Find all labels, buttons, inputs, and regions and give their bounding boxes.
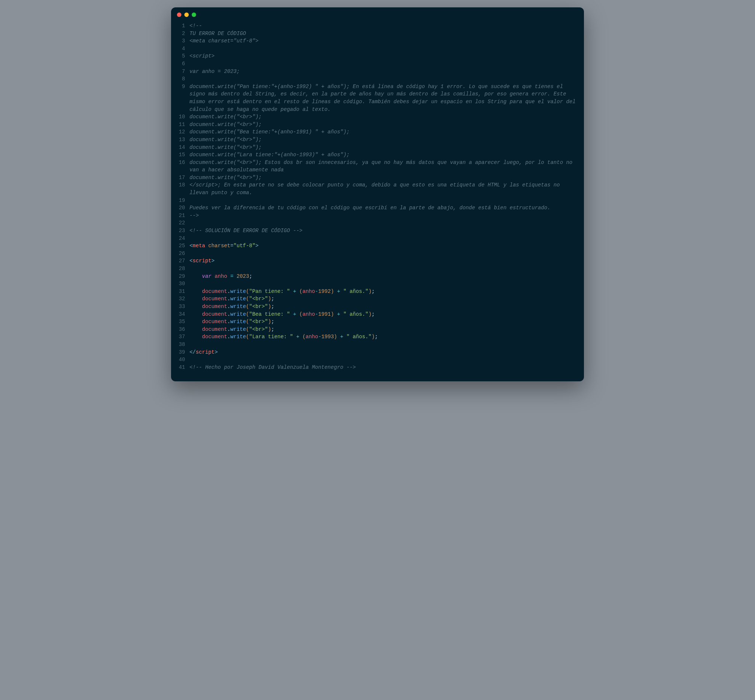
code-content[interactable]	[190, 219, 577, 227]
code-line[interactable]: 21-->	[173, 212, 577, 220]
code-line[interactable]: 26	[173, 250, 577, 258]
code-line[interactable]: 23<!-- SOLUCIÓN DE ERROR DE CÓDIGO -->	[173, 227, 577, 235]
code-content[interactable]: document.write("<br>");	[190, 121, 577, 128]
code-line[interactable]: 40	[173, 356, 577, 364]
token: -	[318, 334, 321, 340]
code-content[interactable]: document.write("<br>"); Estos dos br son…	[190, 159, 577, 174]
code-content[interactable]: document.write("Pan tiene: " + (anho-199…	[190, 288, 577, 295]
code-content[interactable]	[190, 75, 577, 83]
code-line[interactable]: 41<!-- Hecho por Joseph David Valenzuela…	[173, 364, 577, 371]
code-line[interactable]: 24	[173, 235, 577, 242]
code-line[interactable]: 31 document.write("Pan tiene: " + (anho-…	[173, 288, 577, 295]
code-content[interactable]: document.write("Lara tiene: " + (anho-19…	[190, 333, 577, 341]
code-content[interactable]: <!-- Hecho por Joseph David Valenzuela M…	[190, 364, 577, 371]
code-content[interactable]: document.write("<br>");	[190, 295, 577, 303]
code-content[interactable]	[190, 341, 577, 348]
code-line[interactable]: 1<!--	[173, 22, 577, 30]
token: document	[202, 311, 227, 317]
token: anho	[303, 311, 315, 317]
maximize-icon[interactable]	[192, 12, 196, 17]
code-line[interactable]: 12document.write("Bea tiene:"+(anho-1991…	[173, 128, 577, 136]
code-editor[interactable]: 1<!--2TU ERROR DE CÓDIGO3<meta charset="…	[171, 20, 584, 374]
token: script	[196, 349, 215, 355]
code-content[interactable]	[190, 265, 577, 273]
code-content[interactable]: document.write("<br>");	[190, 174, 577, 182]
code-content[interactable]	[190, 45, 577, 53]
code-line[interactable]: 35 document.write("<br>");	[173, 318, 577, 326]
token	[290, 289, 293, 294]
code-line[interactable]: 32 document.write("<br>");	[173, 295, 577, 303]
code-content[interactable]: document.write("Pan tiene:"+(anho-1992) …	[190, 83, 577, 113]
code-content[interactable]: <script>	[190, 257, 577, 265]
code-line[interactable]: 14document.write("<br>");	[173, 144, 577, 152]
code-content[interactable]	[190, 197, 577, 205]
code-line[interactable]: 6	[173, 60, 577, 68]
code-line[interactable]: 22	[173, 219, 577, 227]
code-content[interactable]: document.write("<br>");	[190, 113, 577, 121]
code-line[interactable]: 16document.write("<br>"); Estos dos br s…	[173, 159, 577, 174]
code-content[interactable]: Puedes ver la diferencia de tu código co…	[190, 204, 577, 212]
line-number: 16	[173, 159, 190, 167]
code-content[interactable]: document.write("Bea tiene: " + (anho-199…	[190, 311, 577, 318]
token: "Pan tiene: "	[249, 289, 290, 294]
code-content[interactable]: <meta charset="utf-8">	[190, 242, 577, 250]
line-number: 14	[173, 144, 190, 152]
token	[334, 289, 337, 294]
code-content[interactable]	[190, 60, 577, 68]
code-line[interactable]: 7var anho = 2023;	[173, 68, 577, 75]
code-line[interactable]: 18</script>; En esta parte no se debe co…	[173, 181, 577, 196]
code-content[interactable]	[190, 250, 577, 258]
code-content[interactable]: document.write("<br>");	[190, 136, 577, 144]
window-titlebar	[171, 7, 584, 20]
code-content[interactable]: </script>; En esta parte no se debe colo…	[190, 181, 577, 196]
code-line[interactable]: 11document.write("<br>");	[173, 121, 577, 128]
code-line[interactable]: 30	[173, 280, 577, 288]
code-line[interactable]: 34 document.write("Bea tiene: " + (anho-…	[173, 311, 577, 318]
code-content[interactable]: document.write("Lara tiene:"+(anho-1993)…	[190, 151, 577, 159]
code-content[interactable]: document.write("<br>");	[190, 303, 577, 311]
code-line[interactable]: 19	[173, 197, 577, 205]
code-line[interactable]: 15document.write("Lara tiene:"+(anho-199…	[173, 151, 577, 159]
code-line[interactable]: 4	[173, 45, 577, 53]
code-content[interactable]: <script>	[190, 52, 577, 60]
code-line[interactable]: 25<meta charset="utf-8">	[173, 242, 577, 250]
token: <	[190, 243, 193, 249]
code-content[interactable]: document.write("Bea tiene:"+(anho-1991) …	[190, 128, 577, 136]
code-line[interactable]: 39</script>	[173, 348, 577, 356]
code-content[interactable]	[190, 280, 577, 288]
code-line[interactable]: 8	[173, 75, 577, 83]
code-line[interactable]: 38	[173, 341, 577, 348]
code-content[interactable]: var anho = 2023;	[190, 68, 577, 75]
code-line[interactable]: 20Puedes ver la diferencia de tu código …	[173, 204, 577, 212]
code-line[interactable]: 10document.write("<br>");	[173, 113, 577, 121]
code-line[interactable]: 27<script>	[173, 257, 577, 265]
close-icon[interactable]	[177, 12, 182, 17]
code-line[interactable]: 17document.write("<br>");	[173, 174, 577, 182]
code-line[interactable]: 13document.write("<br>");	[173, 136, 577, 144]
code-content[interactable]	[190, 356, 577, 364]
code-line[interactable]: 3<meta charset="utf-8">	[173, 37, 577, 45]
code-content[interactable]: var anho = 2023;	[190, 273, 577, 280]
token: anho	[215, 273, 227, 279]
code-line[interactable]: 29 var anho = 2023;	[173, 273, 577, 280]
code-content[interactable]: document.write("<br>");	[190, 144, 577, 152]
code-line[interactable]: 28	[173, 265, 577, 273]
code-content[interactable]: TU ERROR DE CÓDIGO	[190, 30, 577, 38]
code-line[interactable]: 33 document.write("<br>");	[173, 303, 577, 311]
code-content[interactable]: document.write("<br>");	[190, 318, 577, 326]
code-content[interactable]: -->	[190, 212, 577, 220]
code-content[interactable]: <meta charset="utf-8">	[190, 37, 577, 45]
minimize-icon[interactable]	[184, 12, 189, 17]
code-line[interactable]: 5<script>	[173, 52, 577, 60]
code-line[interactable]: 2TU ERROR DE CÓDIGO	[173, 30, 577, 38]
code-line[interactable]: 37 document.write("Lara tiene: " + (anho…	[173, 333, 577, 341]
editor-window: 1<!--2TU ERROR DE CÓDIGO3<meta charset="…	[171, 7, 584, 381]
code-content[interactable]: <!--	[190, 22, 577, 30]
code-content[interactable]: document.write("<br>");	[190, 326, 577, 333]
token: 1992	[318, 289, 331, 294]
code-line[interactable]: 9document.write("Pan tiene:"+(anho-1992)…	[173, 83, 577, 113]
code-content[interactable]	[190, 235, 577, 242]
code-content[interactable]: </script>	[190, 348, 577, 356]
code-line[interactable]: 36 document.write("<br>");	[173, 326, 577, 333]
code-content[interactable]: <!-- SOLUCIÓN DE ERROR DE CÓDIGO -->	[190, 227, 577, 235]
